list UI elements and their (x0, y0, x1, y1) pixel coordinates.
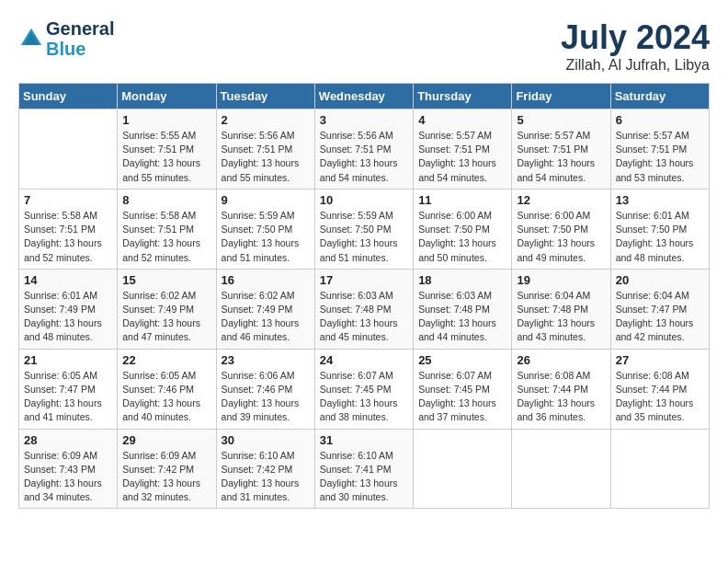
week-row-4: 21Sunrise: 6:05 AMSunset: 7:47 PMDayligh… (19, 349, 710, 429)
day-number: 12 (517, 193, 605, 207)
day-info: Sunrise: 6:04 AMSunset: 7:48 PMDaylight:… (517, 289, 605, 345)
day-number: 29 (122, 433, 210, 447)
day-number: 31 (320, 433, 408, 447)
day-info: Sunrise: 6:03 AMSunset: 7:48 PMDaylight:… (418, 289, 506, 345)
day-number: 7 (24, 193, 112, 207)
logo-text-line2: Blue (46, 39, 114, 59)
day-info: Sunrise: 6:01 AMSunset: 7:50 PMDaylight:… (616, 209, 704, 265)
day-cell: 21Sunrise: 6:05 AMSunset: 7:47 PMDayligh… (19, 349, 118, 429)
day-header-friday: Friday (512, 84, 610, 109)
day-cell (610, 429, 709, 509)
day-number: 8 (122, 193, 210, 207)
day-cell: 8Sunrise: 5:58 AMSunset: 7:51 PMDaylight… (118, 189, 216, 269)
logo: General Blue (18, 18, 114, 59)
day-number: 20 (616, 273, 704, 287)
day-info: Sunrise: 5:56 AMSunset: 7:51 PMDaylight:… (320, 129, 408, 185)
day-number: 1 (122, 113, 210, 127)
day-cell: 26Sunrise: 6:08 AMSunset: 7:44 PMDayligh… (512, 349, 610, 429)
day-info: Sunrise: 6:09 AMSunset: 7:42 PMDaylight:… (122, 449, 210, 505)
day-cell: 15Sunrise: 6:02 AMSunset: 7:49 PMDayligh… (118, 269, 216, 349)
day-cell: 13Sunrise: 6:01 AMSunset: 7:50 PMDayligh… (610, 189, 709, 269)
day-number: 6 (616, 113, 704, 127)
day-info: Sunrise: 6:04 AMSunset: 7:47 PMDaylight:… (616, 289, 704, 345)
day-number: 11 (418, 193, 506, 207)
day-info: Sunrise: 6:02 AMSunset: 7:49 PMDaylight:… (222, 289, 310, 345)
day-cell: 19Sunrise: 6:04 AMSunset: 7:48 PMDayligh… (512, 269, 610, 349)
day-number: 27 (616, 353, 704, 367)
day-number: 10 (320, 193, 408, 207)
header-row: SundayMondayTuesdayWednesdayThursdayFrid… (19, 84, 710, 109)
day-number: 24 (320, 353, 408, 367)
day-info: Sunrise: 5:55 AMSunset: 7:51 PMDaylight:… (122, 129, 210, 185)
day-number: 2 (222, 113, 310, 127)
day-cell: 7Sunrise: 5:58 AMSunset: 7:51 PMDaylight… (19, 189, 118, 269)
day-cell: 10Sunrise: 5:59 AMSunset: 7:50 PMDayligh… (314, 189, 413, 269)
day-number: 9 (222, 193, 310, 207)
day-cell: 24Sunrise: 6:07 AMSunset: 7:45 PMDayligh… (314, 349, 413, 429)
day-cell: 2Sunrise: 5:56 AMSunset: 7:51 PMDaylight… (216, 109, 314, 190)
day-info: Sunrise: 6:03 AMSunset: 7:48 PMDaylight:… (320, 289, 408, 345)
day-number: 25 (418, 353, 506, 367)
day-number: 21 (24, 353, 112, 367)
day-cell (414, 429, 512, 509)
day-cell: 18Sunrise: 6:03 AMSunset: 7:48 PMDayligh… (414, 269, 512, 349)
day-info: Sunrise: 5:57 AMSunset: 7:51 PMDaylight:… (517, 129, 605, 185)
day-info: Sunrise: 6:10 AMSunset: 7:41 PMDaylight:… (320, 449, 408, 505)
day-header-sunday: Sunday (19, 84, 118, 109)
day-cell: 11Sunrise: 6:00 AMSunset: 7:50 PMDayligh… (414, 189, 512, 269)
day-number: 17 (320, 273, 408, 287)
day-info: Sunrise: 6:05 AMSunset: 7:47 PMDaylight:… (24, 369, 112, 425)
week-row-1: 1Sunrise: 5:55 AMSunset: 7:51 PMDaylight… (19, 109, 710, 190)
day-info: Sunrise: 6:08 AMSunset: 7:44 PMDaylight:… (517, 369, 605, 425)
day-cell: 4Sunrise: 5:57 AMSunset: 7:51 PMDaylight… (414, 109, 512, 190)
day-cell: 9Sunrise: 5:59 AMSunset: 7:50 PMDaylight… (216, 189, 314, 269)
day-cell: 1Sunrise: 5:55 AMSunset: 7:51 PMDaylight… (118, 109, 216, 190)
logo-icon (18, 26, 44, 52)
day-info: Sunrise: 6:09 AMSunset: 7:43 PMDaylight:… (24, 449, 112, 505)
day-cell: 23Sunrise: 6:06 AMSunset: 7:46 PMDayligh… (216, 349, 314, 429)
day-info: Sunrise: 5:58 AMSunset: 7:51 PMDaylight:… (24, 209, 112, 265)
day-number: 26 (517, 353, 605, 367)
day-info: Sunrise: 5:59 AMSunset: 7:50 PMDaylight:… (222, 209, 310, 265)
day-cell: 29Sunrise: 6:09 AMSunset: 7:42 PMDayligh… (118, 429, 216, 509)
day-cell: 14Sunrise: 6:01 AMSunset: 7:49 PMDayligh… (19, 269, 118, 349)
day-cell: 28Sunrise: 6:09 AMSunset: 7:43 PMDayligh… (19, 429, 118, 509)
day-header-tuesday: Tuesday (216, 84, 314, 109)
calendar-table: SundayMondayTuesdayWednesdayThursdayFrid… (18, 83, 710, 509)
day-cell: 20Sunrise: 6:04 AMSunset: 7:47 PMDayligh… (610, 269, 709, 349)
day-cell: 27Sunrise: 6:08 AMSunset: 7:44 PMDayligh… (610, 349, 709, 429)
day-info: Sunrise: 5:59 AMSunset: 7:50 PMDaylight:… (320, 209, 408, 265)
month-title: July 2024 (561, 18, 710, 57)
week-row-2: 7Sunrise: 5:58 AMSunset: 7:51 PMDaylight… (19, 189, 710, 269)
day-number: 15 (122, 273, 210, 287)
day-cell: 25Sunrise: 6:07 AMSunset: 7:45 PMDayligh… (414, 349, 512, 429)
day-info: Sunrise: 6:02 AMSunset: 7:49 PMDaylight:… (122, 289, 210, 345)
day-cell: 16Sunrise: 6:02 AMSunset: 7:49 PMDayligh… (216, 269, 314, 349)
day-cell (512, 429, 610, 509)
title-block: July 2024 Zillah, Al Jufrah, Libya (561, 18, 710, 74)
day-info: Sunrise: 6:00 AMSunset: 7:50 PMDaylight:… (517, 209, 605, 265)
day-number: 28 (24, 433, 112, 447)
day-number: 30 (222, 433, 310, 447)
day-cell (19, 109, 118, 190)
day-number: 3 (320, 113, 408, 127)
day-number: 22 (122, 353, 210, 367)
day-info: Sunrise: 6:07 AMSunset: 7:45 PMDaylight:… (320, 369, 408, 425)
day-number: 13 (616, 193, 704, 207)
day-cell: 22Sunrise: 6:05 AMSunset: 7:46 PMDayligh… (118, 349, 216, 429)
day-cell: 30Sunrise: 6:10 AMSunset: 7:42 PMDayligh… (216, 429, 314, 509)
day-info: Sunrise: 5:57 AMSunset: 7:51 PMDaylight:… (418, 129, 506, 185)
day-info: Sunrise: 6:05 AMSunset: 7:46 PMDaylight:… (122, 369, 210, 425)
day-cell: 31Sunrise: 6:10 AMSunset: 7:41 PMDayligh… (314, 429, 413, 509)
day-cell: 17Sunrise: 6:03 AMSunset: 7:48 PMDayligh… (314, 269, 413, 349)
page-header: General Blue July 2024 Zillah, Al Jufrah… (18, 18, 710, 74)
day-header-monday: Monday (118, 84, 216, 109)
day-info: Sunrise: 6:06 AMSunset: 7:46 PMDaylight:… (222, 369, 310, 425)
logo-text-line1: General (46, 18, 114, 39)
day-cell: 3Sunrise: 5:56 AMSunset: 7:51 PMDaylight… (314, 109, 413, 190)
day-cell: 6Sunrise: 5:57 AMSunset: 7:51 PMDaylight… (610, 109, 709, 190)
day-info: Sunrise: 5:56 AMSunset: 7:51 PMDaylight:… (222, 129, 310, 185)
week-row-3: 14Sunrise: 6:01 AMSunset: 7:49 PMDayligh… (19, 269, 710, 349)
day-info: Sunrise: 5:58 AMSunset: 7:51 PMDaylight:… (122, 209, 210, 265)
day-number: 18 (418, 273, 506, 287)
